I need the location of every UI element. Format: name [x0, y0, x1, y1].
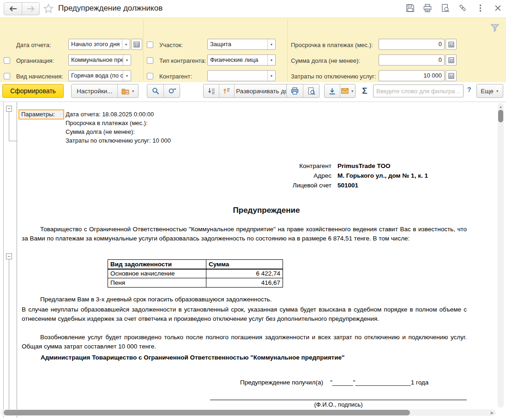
report-toolbar: Сформировать Настройки... ▼ Разворачиват…: [0, 83, 506, 102]
favorite-star-icon[interactable]: [42, 3, 54, 15]
recipient-value: 501001: [337, 180, 358, 190]
chevron-down-icon[interactable]: ▼: [123, 71, 131, 81]
overdue-months-input[interactable]: 0: [379, 39, 445, 50]
accrual-type-combo[interactable]: Горячая вода (по сч▼: [68, 70, 131, 81]
panel-separator: [287, 20, 288, 80]
save-icon[interactable]: [405, 3, 415, 12]
print-preview-button[interactable]: [303, 84, 319, 97]
organization-combo[interactable]: Коммунальное пред▼: [68, 54, 131, 66]
back-button[interactable]: [4, 3, 22, 15]
recipient-row[interactable]: Контрагент PrimusTrade ТОО: [17, 161, 479, 171]
filter-label-accrual-type: Вид начисления:: [16, 73, 63, 80]
organization-checkbox[interactable]: [4, 57, 10, 64]
table-row[interactable]: Пеня 416,67: [108, 278, 283, 288]
parameter-line[interactable]: Дата отчета: 18.08.2025 0:00:00: [66, 110, 171, 119]
autosum-button[interactable]: Σ: [359, 84, 371, 98]
debt-table-header-row: Вид задолженности Сумма: [108, 260, 283, 269]
accrual-type-checkbox[interactable]: [4, 73, 10, 79]
recipient-row[interactable]: Адрес М. Горького ул., дом № 1, к. 1: [17, 171, 479, 180]
parameter-line[interactable]: Затраты по отключению услуг: 10 000: [66, 136, 171, 145]
group-line: [9, 259, 9, 409]
disconnect-cost-input[interactable]: 10 000: [379, 70, 445, 81]
grouping-level-line: [3, 102, 4, 418]
filter-label-disconnect-cost: Затраты по отключению услуг:: [291, 73, 376, 80]
calculator-button[interactable]: [446, 70, 457, 81]
chevron-down-icon[interactable]: ▼: [267, 71, 275, 81]
chevron-down-icon[interactable]: ▼: [123, 55, 131, 65]
scroll-right-arrow-icon[interactable]: ▶: [489, 409, 495, 416]
counterparty-type-combo[interactable]: Физические лица▼: [207, 54, 276, 66]
table-row[interactable]: Основное начисление 6 422,74: [108, 269, 283, 278]
counterparty-type-checkbox[interactable]: [147, 57, 153, 64]
search-button[interactable]: [147, 84, 163, 97]
document-area: Параметры: Дата отчета: 18.08.2025 0:00:…: [17, 102, 496, 409]
district-checkbox[interactable]: [147, 42, 153, 48]
signature-line: (Ф.И.О., подпись): [210, 400, 467, 408]
debt-amount-header: Сумма: [206, 260, 283, 269]
vertical-scrollbar[interactable]: ▲: [498, 103, 504, 408]
title-bar: Предупреждение должников: [0, 0, 506, 18]
grouping-margin: − −: [0, 102, 17, 418]
received-line: Предупреждение получил(а) "______"______…: [240, 379, 428, 386]
vertical-scroll-thumb[interactable]: [498, 110, 503, 122]
forward-button[interactable]: [22, 3, 39, 15]
recipient-label: Лицевой счет: [17, 180, 331, 190]
settings-button[interactable]: Настройки...: [72, 84, 117, 97]
district-combo[interactable]: Защита▼: [207, 39, 276, 50]
debt-type-header: Вид задолженности: [108, 260, 206, 269]
save-result-button[interactable]: [325, 84, 340, 97]
nav-history-group: [4, 2, 40, 15]
parameters-cell[interactable]: Параметры:: [18, 109, 64, 120]
print-icon[interactable]: [423, 3, 432, 12]
intro-paragraph: Товарищество с Ограниченной Ответственно…: [22, 225, 467, 243]
collapse-group-2-button[interactable]: −: [6, 253, 12, 259]
counterparty-combo[interactable]: ▼: [207, 70, 276, 81]
debt-type-cell: Пеня: [108, 278, 206, 288]
parameter-line[interactable]: Просрочка в платежах (мес.):: [66, 119, 171, 127]
print-button[interactable]: [287, 84, 303, 97]
expand-groups-icon[interactable]: [204, 84, 219, 97]
close-icon[interactable]: [493, 3, 502, 12]
recipient-row[interactable]: Лицевой счет 501001: [17, 180, 479, 190]
scroll-up-arrow-icon[interactable]: ▲: [498, 104, 504, 109]
panel-separator: [143, 20, 144, 80]
chevron-down-icon[interactable]: ▼: [267, 39, 275, 49]
horizontal-scroll-thumb[interactable]: [4, 410, 410, 415]
counterparty-checkbox[interactable]: [147, 73, 153, 79]
filter-label-counterparty-type: Тип контрагента:: [159, 57, 206, 64]
collapse-group-1-button[interactable]: −: [6, 106, 12, 112]
chevron-down-icon: ▼: [132, 90, 135, 93]
paragraph-2: В случае неуплаты образовавшейся задолже…: [22, 305, 467, 324]
link-icon[interactable]: [458, 3, 467, 12]
calendar-button[interactable]: [131, 39, 142, 50]
filter-funnel-icon[interactable]: [490, 24, 500, 32]
group-line: [9, 112, 9, 141]
cancel-search-button[interactable]: [163, 84, 180, 97]
more-menu-icon[interactable]: [476, 3, 485, 12]
group-line: [9, 141, 17, 141]
generate-button[interactable]: Сформировать: [2, 84, 64, 98]
more-button[interactable]: Еще▼: [477, 84, 503, 97]
calculator-button[interactable]: [446, 54, 457, 66]
paragraph-1: Предлагаем Вам в 3-х дневный срок погаси…: [22, 295, 467, 304]
help-button[interactable]: ?: [467, 86, 471, 93]
horizontal-scrollbar[interactable]: ◀ ▶: [1, 409, 496, 416]
chevron-down-icon[interactable]: ▼: [122, 39, 130, 49]
debt-amount-input[interactable]: 0: [379, 54, 445, 66]
filter-label-debt-amount: Сумма долга (не менее):: [291, 57, 360, 64]
report-date-combo[interactable]: Начало этого дня▼: [68, 39, 130, 50]
chevron-down-icon[interactable]: ▼: [267, 55, 275, 65]
recipient-label: Контрагент: [17, 161, 331, 171]
preview-icon[interactable]: [440, 3, 450, 12]
debt-amount-cell: 416,67: [206, 278, 283, 288]
calculator-button[interactable]: [446, 39, 457, 50]
word-filter-input[interactable]: [373, 84, 464, 97]
filter-label-overdue: Просрочка в платежах (мес.):: [291, 42, 373, 48]
parameter-line[interactable]: Сумма долга (не менее):: [66, 127, 171, 136]
filter-label-report-date: Дата отчета:: [16, 42, 51, 48]
report-variants-button[interactable]: ▼: [117, 84, 138, 97]
send-mail-button[interactable]: ▼: [340, 84, 355, 97]
collapse-groups-icon[interactable]: [219, 84, 234, 97]
page-title: Предупреждение должников: [58, 4, 163, 13]
paragraph-3: Возобновление услуг будет произведено то…: [22, 333, 467, 351]
